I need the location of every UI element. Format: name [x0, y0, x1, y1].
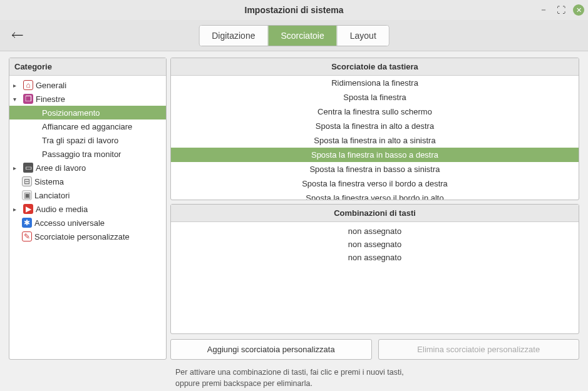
shortcut-item[interactable]: Sposta la finestra [171, 90, 579, 104]
tree-label: Posizionamento [42, 108, 100, 118]
categories-panel: Categorie ▸ ⌂ Generali ▾ ❐ Finestre Posi… [9, 58, 167, 360]
accessibility-icon: ✱ [22, 218, 32, 228]
shortcuts-panel: Scorciatoie da tastiera Ridimensiona la … [170, 58, 579, 200]
chevron-right-icon: ▸ [13, 206, 21, 213]
tree-item-accesso[interactable]: ✱ Accesso universale [9, 216, 166, 230]
categories-header: Categorie [9, 58, 166, 76]
tab-bar: Digitazione Scorciatoie Layout [199, 25, 389, 46]
shortcut-item[interactable]: Sposta la finestra in alto a sinistra [171, 133, 579, 148]
tree-label: Scorciatoie personalizzate [34, 232, 130, 241]
back-button[interactable]: 🡐 [9, 27, 26, 44]
combos-header: Combinazioni di tasti [171, 205, 579, 222]
shortcut-item-selected[interactable]: Sposta la finestra in basso a destra [171, 148, 579, 162]
shortcut-item[interactable]: Sposta la finestra verso il bordo a dest… [171, 176, 579, 191]
tree-item-posizionamento[interactable]: Posizionamento [9, 106, 166, 119]
tree-label: Passaggio tra monitor [42, 150, 121, 159]
combo-item[interactable]: non assegnato [171, 238, 579, 251]
shortcut-item[interactable]: Centra la finestra sullo schermo [171, 104, 579, 119]
combo-item[interactable]: non assegnato [171, 251, 579, 264]
close-icon[interactable]: ✕ [573, 4, 584, 16]
tree-label: Finestre [36, 94, 65, 104]
arrow-left-icon: 🡐 [11, 28, 24, 43]
chevron-right-icon: ▸ [13, 82, 21, 89]
tree-label: Tra gli spazi di lavoro [42, 136, 118, 145]
chevron-right-icon: ▸ [13, 165, 21, 171]
button-row: Aggiungi scorciatoia personalizzata Elim… [170, 339, 579, 360]
main-content: Categorie ▸ ⌂ Generali ▾ ❐ Finestre Posi… [0, 51, 588, 363]
settings-icon: ⌂ [23, 80, 33, 90]
toolbar: 🡐 Digitazione Scorciatoie Layout [0, 20, 588, 51]
categories-tree: ▸ ⌂ Generali ▾ ❐ Finestre Posizionamento… [9, 76, 166, 359]
combos-panel: Combinazioni di tasti non assegnato non … [170, 204, 579, 334]
footer-note: Per attivare una combinazione di tasti, … [0, 363, 588, 391]
tree-label: Lanciatori [34, 191, 70, 200]
footer-line1: Per attivare una combinazione di tasti, … [175, 368, 404, 377]
shortcut-item[interactable]: Sposta la finestra in basso a sinistra [171, 162, 579, 176]
tab-typing[interactable]: Digitazione [199, 26, 267, 46]
tree-label: Accesso universale [34, 218, 105, 228]
tree-item-custom[interactable]: ✎ Scorciatoie personalizzate [9, 230, 166, 243]
window-title: Impostazioni di sistema [245, 5, 344, 15]
system-icon: ⊟ [22, 176, 32, 186]
tree-item-sistema[interactable]: ⊟ Sistema [9, 175, 166, 188]
add-shortcut-button[interactable]: Aggiungi scorciatoia personalizzata [170, 339, 372, 360]
window-controls: － ⛶ ✕ [538, 0, 584, 20]
shortcuts-header: Scorciatoie da tastiera [171, 58, 579, 76]
titlebar: Impostazioni di sistema － ⛶ ✕ [0, 0, 588, 20]
tree-label: Affiancare ed agganciare [42, 122, 132, 131]
tree-label: Aree di lavoro [36, 163, 86, 173]
tab-shortcuts[interactable]: Scorciatoie [267, 26, 336, 46]
launchers-icon: ▣ [22, 190, 32, 200]
shortcuts-list[interactable]: Ridimensiona la finestra Sposta la fines… [171, 76, 579, 200]
tree-item-monitor[interactable]: Passaggio tra monitor [9, 147, 166, 161]
tree-item-audio[interactable]: ▸ ▶ Audio e media [9, 202, 166, 216]
tree-label: Sistema [34, 177, 64, 186]
right-column: Scorciatoie da tastiera Ridimensiona la … [170, 58, 579, 360]
play-icon: ▶ [23, 204, 33, 214]
shortcut-item[interactable]: Ridimensiona la finestra [171, 76, 579, 90]
workspaces-icon: ▭ [23, 163, 33, 173]
combo-item[interactable]: non assegnato [171, 225, 579, 238]
tab-layout[interactable]: Layout [337, 26, 389, 46]
windows-icon: ❐ [23, 94, 33, 104]
tree-item-lanciatori[interactable]: ▣ Lanciatori [9, 188, 166, 202]
tree-item-spazi[interactable]: Tra gli spazi di lavoro [9, 133, 166, 147]
minimize-icon[interactable]: － [538, 4, 549, 16]
chevron-down-icon: ▾ [13, 96, 21, 103]
custom-shortcut-icon: ✎ [22, 231, 32, 241]
maximize-icon[interactable]: ⛶ [555, 4, 567, 16]
tree-label: Audio e media [36, 205, 88, 214]
tree-item-finestre[interactable]: ▾ ❐ Finestre [9, 92, 166, 106]
combos-list: non assegnato non assegnato non assegnat… [171, 222, 579, 333]
tree-item-affiancare[interactable]: Affiancare ed agganciare [9, 119, 166, 133]
tree-label: Generali [36, 81, 66, 90]
tree-item-generali[interactable]: ▸ ⌂ Generali [9, 78, 166, 92]
tree-item-aree[interactable]: ▸ ▭ Aree di lavoro [9, 161, 166, 175]
shortcut-item[interactable]: Sposta la finestra in alto a destra [171, 119, 579, 133]
remove-shortcut-button: Elimina scorciatoie personalizzate [378, 339, 580, 360]
shortcut-item[interactable]: Sposta la finestra verso il bordo in alt… [171, 191, 579, 200]
footer-line2: oppure premi backspace per eliminarla. [175, 379, 312, 388]
